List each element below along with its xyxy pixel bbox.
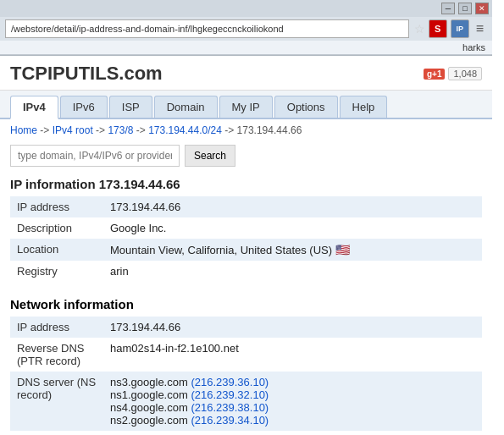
- tab-help[interactable]: Help: [340, 96, 388, 118]
- registry-value: arin: [103, 261, 482, 282]
- breadcrumb-range1[interactable]: 173/8: [108, 124, 133, 136]
- bookmark-star-icon[interactable]: ☆: [414, 22, 425, 36]
- address-bar[interactable]: /webstore/detail/ip-address-and-domain-i…: [5, 19, 409, 38]
- breadcrumb-ipv4root[interactable]: IPv4 root: [53, 124, 93, 136]
- site-logo: TCPIPUTILS.com: [10, 63, 163, 85]
- tab-myip[interactable]: My IP: [219, 96, 273, 118]
- ptr-label: Reverse DNS (PTR record): [10, 338, 103, 372]
- nav-tabs: IPv4 IPv6 ISP Domain My IP Options Help: [0, 91, 492, 119]
- registry-label: Registry: [10, 261, 103, 282]
- description-value: Google Inc.: [103, 218, 482, 239]
- ns3-link[interactable]: (216.239.36.10): [191, 376, 269, 388]
- bookmark-label[interactable]: harks: [462, 42, 485, 52]
- ip-info-title: IP information 173.194.44.66: [0, 173, 492, 196]
- addon-ip-button[interactable]: IP: [451, 19, 469, 38]
- bookmarks-bar: harks: [0, 41, 492, 55]
- gplus-count: 1,048: [448, 67, 482, 80]
- ns4-link[interactable]: (216.239.38.10): [191, 401, 269, 414]
- tab-ipv4[interactable]: IPv4: [10, 96, 58, 119]
- gplus-icon: g+1: [424, 69, 446, 80]
- table-row: IP address 173.194.44.66: [10, 317, 482, 338]
- gplus-widget[interactable]: g+1 1,048: [424, 67, 482, 80]
- tab-domain[interactable]: Domain: [154, 96, 218, 118]
- tab-ipv6[interactable]: IPv6: [60, 96, 108, 118]
- description-label: Description: [10, 218, 103, 239]
- net-ip-value: 173.194.44.66: [103, 317, 482, 338]
- ptr-value: ham02s14-in-f2.1e100.net: [103, 338, 482, 372]
- minimize-button[interactable]: ─: [441, 3, 455, 14]
- breadcrumb: Home -> IPv4 root -> 173/8 -> 173.194.44…: [0, 119, 492, 141]
- table-row: Description Google Inc.: [10, 218, 482, 239]
- location-label: Location: [10, 239, 103, 261]
- url-text: /webstore/detail/ip-address-and-domain-i…: [11, 24, 284, 34]
- ip-address-label: IP address: [10, 196, 103, 218]
- search-bar: Search: [0, 141, 492, 173]
- network-info-title: Network information: [0, 290, 492, 317]
- network-info-table: IP address 173.194.44.66 Reverse DNS (PT…: [10, 317, 482, 431]
- tab-options[interactable]: Options: [274, 96, 338, 118]
- maximize-button[interactable]: □: [458, 3, 472, 14]
- ip-info-table: IP address 173.194.44.66 Description Goo…: [10, 196, 482, 282]
- net-ip-label: IP address: [10, 317, 103, 338]
- search-input[interactable]: [10, 145, 180, 167]
- table-row: Reverse DNS (PTR record) ham02s14-in-f2.…: [10, 338, 482, 372]
- ns-label: DNS server (NS record): [10, 372, 103, 431]
- breadcrumb-home[interactable]: Home: [10, 124, 37, 136]
- table-row: DNS server (NS record) ns3.google.com (2…: [10, 372, 482, 431]
- browser-menu-button[interactable]: ≡: [473, 21, 487, 36]
- us-flag-icon: 🇺🇸: [335, 243, 350, 256]
- location-value: Mountain View, California, United States…: [103, 239, 482, 261]
- search-button[interactable]: Search: [185, 145, 235, 167]
- ns1-link[interactable]: (216.239.32.10): [191, 388, 269, 401]
- breadcrumb-current: 173.194.44.66: [237, 124, 302, 136]
- ns-value: ns3.google.com (216.239.36.10) ns1.googl…: [103, 372, 482, 431]
- ip-address-value: 173.194.44.66: [103, 196, 482, 218]
- ns2-link[interactable]: (216.239.34.10): [191, 414, 269, 427]
- addon-s-button[interactable]: S: [429, 19, 447, 38]
- breadcrumb-range2[interactable]: 173.194.44.0/24: [148, 124, 222, 136]
- close-button[interactable]: ✕: [475, 3, 489, 14]
- tab-isp[interactable]: ISP: [109, 96, 152, 118]
- site-header: TCPIPUTILS.com g+1 1,048: [0, 56, 492, 91]
- table-row: IP address 173.194.44.66: [10, 196, 482, 218]
- table-row: Location Mountain View, California, Unit…: [10, 239, 482, 261]
- table-row: Registry arin: [10, 261, 482, 282]
